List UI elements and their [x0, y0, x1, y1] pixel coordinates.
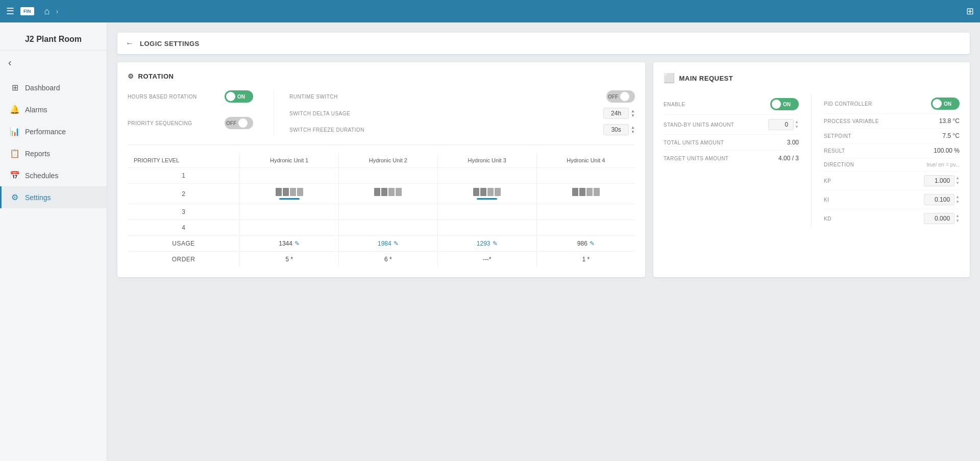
unit4-graphic [543, 188, 629, 200]
main-request-card: ⬜ MAIN REQUEST ENABLE ON [653, 62, 970, 277]
process-variable-row: PROCESS VARIABLE 13.8 °C [824, 114, 960, 129]
switch-freeze-value-box: 30s ▲ ▼ [603, 124, 635, 135]
kd-value: 0.000 [924, 213, 954, 224]
unit1-graphic [246, 188, 332, 200]
unit2-row4 [338, 220, 437, 236]
sidebar-item-dashboard[interactable]: ⊞ Dashboard [0, 77, 107, 99]
page-back-button[interactable]: ← [126, 39, 134, 48]
switch-freeze-value: 30s [603, 124, 629, 135]
standby-up-arrow[interactable]: ▲ [795, 119, 799, 125]
ki-row: Ki 0.100 ▲ ▼ [824, 190, 960, 209]
unit-bar [579, 188, 585, 196]
kp-down-arrow[interactable]: ▼ [955, 181, 960, 186]
direction-value: true/ err = pv... [926, 162, 960, 167]
main-request-right: PID CONTROLLER ON PROCESS VARIABLE 13.8 … [812, 94, 960, 228]
unit1-row2 [240, 184, 339, 204]
kd-value-box: 0.000 ▲ ▼ [924, 213, 960, 224]
usage-unit1-edit-icon[interactable]: ✎ [295, 240, 300, 247]
enable-toggle-text: ON [783, 102, 791, 107]
switch-freeze-row: SWITCH FREEZE DURATION 30s ▲ ▼ [289, 124, 635, 135]
rotation-section-icon: ⚙ [128, 72, 134, 80]
direction-label: DIRECTION [824, 162, 854, 167]
logo: FIN [20, 7, 34, 15]
sidebar-title: J2 Plant Room [0, 31, 107, 51]
sidebar-label-alarms: Alarms [25, 106, 47, 114]
ki-up-arrow[interactable]: ▲ [955, 195, 960, 200]
unit-bar [381, 188, 387, 196]
unit2-row2 [338, 184, 437, 204]
order-unit4-value: 1 * [582, 256, 590, 263]
alarms-icon: 🔔 [10, 105, 20, 114]
unit-bar [388, 188, 395, 196]
switch-freeze-down-arrow[interactable]: ▼ [631, 130, 635, 134]
unit-bar [572, 188, 578, 196]
result-label: RESULT [824, 148, 845, 154]
usage-unit1-cell: 1344 ✎ [240, 236, 339, 252]
unit1-row3 [240, 204, 339, 220]
col-unit1: Hydronic Unit 1 [240, 153, 339, 168]
process-variable-label: PROCESS VARIABLE [824, 118, 879, 124]
usage-unit4-edit-icon[interactable]: ✎ [590, 240, 595, 247]
switch-delta-value-box: 24h ▲ ▼ [603, 108, 635, 119]
unit-indicator [477, 198, 497, 200]
unit-bar [480, 188, 486, 196]
page-title: LOGIC SETTINGS [140, 40, 200, 47]
hours-based-row: HOURS BASED ROTATION ON [128, 90, 253, 103]
table-row: 3 [128, 204, 635, 220]
reports-icon: 📋 [10, 149, 20, 158]
priority-3: 3 [128, 204, 240, 220]
grid-view-icon[interactable]: ⊞ [966, 6, 974, 17]
kd-label: Kd [824, 216, 831, 222]
unit-indicator [378, 198, 398, 200]
order-unit3-value: ---* [483, 256, 492, 263]
unit-bar [290, 188, 296, 196]
performance-icon: 📊 [10, 127, 20, 136]
home-icon[interactable]: ⌂ [44, 6, 50, 17]
kd-up-arrow[interactable]: ▲ [955, 213, 960, 219]
sidebar-item-reports[interactable]: 📋 Reports [0, 142, 107, 164]
menu-icon[interactable]: ☰ [6, 6, 14, 17]
total-value: 3.00 [787, 139, 799, 146]
pid-toggle-text: ON [944, 101, 951, 107]
sidebar-item-settings[interactable]: ⚙ Settings [0, 186, 107, 208]
kd-down-arrow[interactable]: ▼ [955, 219, 960, 224]
switch-freeze-label: SWITCH FREEZE DURATION [289, 127, 364, 133]
sidebar-back-button[interactable]: ‹ [0, 51, 107, 75]
unit3-row3 [437, 204, 536, 220]
runtime-switch-toggle-text: OFF [608, 94, 618, 100]
unit3-row2 [437, 184, 536, 204]
standby-down-arrow[interactable]: ▼ [795, 125, 799, 130]
switch-delta-down-arrow[interactable]: ▼ [631, 114, 635, 118]
pid-controller-toggle[interactable]: ON [931, 98, 960, 110]
sidebar-item-performance[interactable]: 📊 Performance [0, 120, 107, 142]
sidebar-item-alarms[interactable]: 🔔 Alarms [0, 99, 107, 120]
target-units-row: TARGET UNITS AMOUNT 4.00 / 3 [664, 151, 799, 166]
sidebar-label-reports: Reports [25, 150, 50, 158]
ki-value: 0.100 [924, 194, 954, 205]
ki-down-arrow[interactable]: ▼ [955, 200, 960, 205]
col-unit3: Hydronic Unit 3 [437, 153, 536, 168]
runtime-switch-toggle[interactable]: OFF [606, 90, 635, 103]
total-units-row: TOTAL UNITS AMOUNT 3.00 [664, 135, 799, 151]
usage-unit3-edit-icon[interactable]: ✎ [493, 240, 498, 247]
order-unit2-cell: 6 * [338, 252, 437, 268]
kp-up-arrow[interactable]: ▲ [955, 176, 960, 181]
layout: J2 Plant Room ‹ ⊞ Dashboard 🔔 Alarms 📊 P… [0, 22, 980, 461]
schedules-icon: 📅 [10, 171, 20, 180]
unit2-graphic [345, 188, 431, 200]
sidebar-label-settings: Settings [25, 193, 51, 202]
switch-freeze-up-arrow[interactable]: ▲ [631, 126, 635, 130]
kp-label: Kp [824, 178, 831, 184]
switch-delta-up-arrow[interactable]: ▲ [631, 109, 635, 113]
hours-based-toggle[interactable]: ON [225, 90, 253, 103]
logo-text: FIN [23, 9, 31, 14]
enable-toggle[interactable]: ON [770, 98, 799, 110]
sidebar-label-dashboard: Dashboard [25, 84, 60, 92]
standby-row: STAND-BY UNITS AMOUNT 0 ▲ ▼ [664, 115, 799, 135]
order-unit1-value: 5 * [285, 256, 293, 263]
usage-unit2-edit-icon[interactable]: ✎ [394, 240, 399, 247]
sidebar-item-schedules[interactable]: 📅 Schedules [0, 164, 107, 186]
unit-indicator [576, 198, 596, 200]
priority-table: PRIORITY LEVEL Hydronic Unit 1 Hydronic … [128, 153, 635, 267]
priority-seq-toggle[interactable]: OFF [225, 117, 253, 129]
